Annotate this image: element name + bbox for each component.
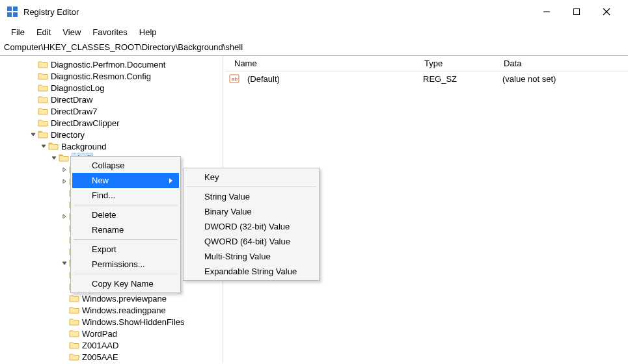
cm-new-binary[interactable]: Binary Value — [185, 204, 318, 219]
menu-view[interactable]: View — [57, 25, 87, 40]
tree-row[interactable]: WordPad — [0, 328, 223, 339]
list-row[interactable]: ab(Default)REG_SZ(value not set) — [225, 72, 628, 86]
cm-new-string[interactable]: String Value — [185, 189, 318, 204]
caption-buttons — [532, 1, 621, 22]
new-submenu: Key String Value Binary Value DWORD (32-… — [183, 168, 320, 281]
folder-icon — [38, 107, 48, 116]
cell-name: (Default) — [242, 73, 418, 85]
tree-row[interactable]: Diagnostic.Resmon.Config — [0, 70, 223, 82]
menu-edit[interactable]: Edit — [31, 25, 57, 40]
tree-item-label: Background — [61, 142, 106, 151]
svg-text:ab: ab — [232, 76, 238, 82]
chevron-down-icon[interactable] — [49, 155, 59, 161]
folder-icon — [69, 329, 79, 338]
chevron-down-icon[interactable] — [29, 131, 38, 138]
folder-icon — [38, 83, 48, 92]
maximize-button[interactable] — [562, 1, 592, 22]
tree-item-label: Z001AAD — [82, 341, 118, 350]
cm-permissions[interactable]: Permissions... — [72, 257, 179, 272]
cm-rename[interactable]: Rename — [72, 222, 179, 237]
folder-icon — [59, 153, 69, 162]
col-data[interactable]: Data — [498, 56, 628, 71]
list-body: ab(Default)REG_SZ(value not set) — [225, 72, 628, 86]
folder-icon — [69, 352, 79, 361]
cm-copy-key-name[interactable]: Copy Key Name — [72, 276, 179, 291]
menu-favorites[interactable]: Favorites — [87, 25, 133, 40]
folder-icon — [69, 306, 79, 315]
tree-row[interactable]: DirectDrawClipper — [0, 117, 223, 129]
chevron-right-icon[interactable] — [60, 178, 69, 185]
cm-delete[interactable]: Delete — [72, 207, 179, 222]
window-title: Registry Editor — [23, 7, 79, 17]
tree-row[interactable]: Diagnostic.Perfmon.Document — [0, 58, 223, 70]
tree-item-label: Windows.previewpane — [82, 294, 167, 304]
tree-item-label: Diagnostic.Perfmon.Document — [51, 60, 165, 70]
cm-separator — [74, 205, 178, 205]
tree-item-label: DiagnosticLog — [51, 83, 104, 93]
cell-data: (value not set) — [497, 73, 628, 85]
cm-new[interactable]: New — [72, 173, 179, 188]
tree-item-label: Directory — [51, 130, 85, 140]
tree-row[interactable]: Windows.previewpane — [0, 292, 223, 304]
tree-row[interactable]: Background — [0, 140, 223, 152]
folder-icon — [69, 317, 79, 326]
context-menu: Collapse New Find... Delete Rename Expor… — [70, 156, 181, 293]
app-icon — [7, 6, 18, 18]
minimize-button[interactable] — [532, 1, 562, 22]
tree-row[interactable]: DirectDraw7 — [0, 105, 223, 117]
folder-icon — [69, 294, 79, 303]
cm-new-expandablestring[interactable]: Expandable String Value — [185, 264, 318, 279]
tree-row[interactable]: Windows.readingpane — [0, 304, 223, 316]
tree-row[interactable]: Directory — [0, 129, 223, 140]
col-name[interactable]: Name — [229, 56, 419, 71]
tree-item-label: DirectDrawClipper — [51, 118, 119, 128]
col-type[interactable]: Type — [419, 56, 498, 71]
cm-collapse[interactable]: Collapse — [72, 158, 179, 173]
cm-new-key[interactable]: Key — [185, 170, 318, 185]
chevron-right-icon[interactable] — [60, 213, 69, 220]
folder-icon — [69, 341, 79, 350]
menu-help[interactable]: Help — [133, 25, 163, 40]
tree-row[interactable]: DiagnosticLog — [0, 82, 223, 94]
cm-separator — [74, 239, 178, 240]
svg-rect-1 — [13, 6, 18, 11]
tree-item-label: DirectDraw7 — [51, 107, 98, 116]
svg-rect-3 — [13, 12, 18, 17]
string-value-icon: ab — [229, 73, 239, 84]
cm-separator — [74, 274, 178, 274]
folder-icon — [38, 95, 48, 104]
cm-new-multistring[interactable]: Multi-String Value — [185, 249, 318, 264]
tree-row[interactable]: Windows.ShowHiddenFiles — [0, 316, 223, 328]
tree-item-label: Windows.readingpane — [82, 306, 166, 315]
address-bar[interactable]: Computer\HKEY_CLASSES_ROOT\Directory\Bac… — [0, 40, 628, 56]
title-bar: Registry Editor — [0, 0, 628, 23]
tree-item-label: Diagnostic.Resmon.Config — [51, 72, 151, 81]
svg-rect-5 — [574, 9, 580, 15]
close-button[interactable] — [592, 1, 621, 22]
folder-icon — [38, 60, 48, 69]
tree-row[interactable]: Z005AAE — [0, 351, 223, 363]
svg-rect-2 — [7, 12, 12, 17]
address-path: Computer\HKEY_CLASSES_ROOT\Directory\Bac… — [4, 42, 243, 52]
folder-icon — [38, 118, 48, 127]
menubar: File Edit View Favorites Help — [0, 23, 628, 40]
folder-icon — [38, 72, 48, 81]
cm-separator — [186, 187, 316, 187]
folder-icon — [48, 142, 59, 151]
tree-item-label: Windows.ShowHiddenFiles — [82, 317, 185, 327]
menu-file[interactable]: File — [5, 25, 31, 40]
list-header: Name Type Data — [225, 56, 628, 72]
cm-new-qword[interactable]: QWORD (64-bit) Value — [185, 234, 318, 249]
cm-find[interactable]: Find... — [72, 188, 179, 203]
tree-row[interactable]: Z001AAD — [0, 339, 223, 351]
chevron-down-icon[interactable] — [39, 143, 48, 150]
tree-row[interactable]: DirectDraw — [0, 94, 223, 105]
chevron-right-icon[interactable] — [60, 166, 69, 173]
cm-export[interactable]: Export — [72, 242, 179, 257]
svg-rect-0 — [7, 6, 12, 11]
cm-new-dword[interactable]: DWORD (32-bit) Value — [185, 219, 318, 234]
folder-icon — [38, 130, 48, 139]
chevron-down-icon[interactable] — [60, 260, 69, 266]
tree-item-label: Z005AAE — [82, 352, 118, 362]
tree-item-label: DirectDraw — [51, 95, 92, 105]
